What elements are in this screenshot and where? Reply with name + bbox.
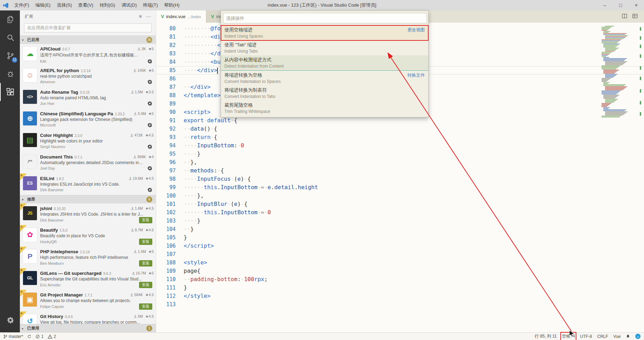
menu-item[interactable]: 调试(D) — [118, 0, 140, 10]
menu-item[interactable]: 文件(F) — [11, 0, 32, 10]
statusbar-errors[interactable]: 1 — [36, 334, 44, 339]
install-button[interactable]: 安装 — [139, 239, 152, 245]
menu-item[interactable]: 转到(G) — [97, 0, 118, 10]
extension-item[interactable]: ★PPHP Intelephense1.0.141.5M★5High perfo… — [20, 247, 156, 268]
activity-debug-icon[interactable] — [0, 65, 20, 83]
code-line: 95····} — [156, 150, 644, 158]
statusbar-sync[interactable] — [27, 334, 31, 339]
extension-footer-row: Felipe Caputo安装 — [40, 303, 154, 310]
maximize-button[interactable]: □ — [613, 0, 628, 10]
activity-search-icon[interactable] — [0, 29, 20, 47]
statusbar-notifications[interactable] — [626, 334, 630, 339]
minimap[interactable] — [600, 24, 635, 317]
menu-item[interactable]: 终端(T) — [140, 0, 161, 10]
extension-item[interactable]: ★▣Git Project Manager1.7.1584K★4.5Allows… — [20, 290, 156, 311]
statusbar-feedback[interactable]: ☺ — [635, 334, 641, 339]
menu-item[interactable]: 选择(S) — [54, 0, 75, 10]
minimap-line — [603, 58, 627, 59]
extension-settings-gear-icon[interactable] — [147, 59, 152, 64]
statusbar-eol-label: CRLF — [597, 334, 608, 339]
extension-name: Document This — [40, 154, 73, 160]
extensions-section-header[interactable]: ▾已启用35 — [20, 36, 156, 44]
minimap-line — [601, 52, 612, 53]
quick-pick-item[interactable]: 将缩进转换为空格转换文件Convert Indentation to Space… — [221, 70, 428, 86]
quick-pick-item[interactable]: 裁剪尾随空格Trim Trailing Whitespace — [221, 101, 428, 116]
extensions-search-input[interactable] — [24, 23, 152, 32]
minimize-button[interactable]: – — [597, 0, 613, 10]
settings-gear-icon[interactable] — [0, 311, 20, 330]
statusbar-encoding[interactable]: UTF-8 — [580, 334, 592, 339]
extension-settings-gear-icon[interactable] — [147, 187, 152, 192]
extension-item[interactable]: ⊕Chinese (Simplified) Language Pa...1.33… — [20, 109, 156, 130]
quick-pick-input[interactable] — [223, 13, 427, 23]
editor-actions — [622, 10, 644, 23]
extension-item[interactable]: ★GLGitLens — Git supercharged9.6.316.7M★… — [20, 268, 156, 290]
extension-item[interactable]: ★JSjshint0.10.201.6M★4.5Integrates JSHin… — [20, 203, 156, 225]
close-button[interactable]: × — [628, 0, 644, 10]
install-button[interactable]: 安装 — [139, 303, 152, 310]
statusbar-eol[interactable]: CRLF — [597, 334, 608, 339]
editor-tab[interactable]: Vindex.vue...\index — [156, 10, 206, 23]
minimap-line — [601, 40, 620, 41]
extensions-section-header[interactable]: ▾推荐6 — [20, 195, 156, 203]
menu-item[interactable]: 查看(V) — [75, 0, 96, 10]
statusbar-git-branch[interactable]: master* — [3, 334, 23, 339]
menu-item[interactable]: 编辑(E) — [32, 0, 54, 10]
quick-pick-item[interactable]: 使用 "Tab" 缩进Indent Using Tabs — [221, 40, 428, 55]
extension-footer-row: Jun Han — [40, 101, 154, 106]
quick-pick-item-detail: Indent Using Spaces — [224, 34, 425, 39]
extension-description: Automatically generates detailed JSDoc c… — [40, 160, 154, 165]
quick-pick-item[interactable]: 将缩进转换为制表符Convert Indentation to Tabs — [221, 86, 428, 101]
install-button[interactable]: 安装 — [139, 260, 152, 266]
extension-stats: 5M★4.5 — [133, 314, 154, 318]
line-text: ··}, — [184, 158, 197, 167]
extension-footer-row: HookyQR安装 — [40, 239, 154, 245]
extensions-section-header[interactable]: ▸已禁用1 — [20, 324, 156, 332]
quick-pick-item[interactable]: 使用空格缩进更改视图Indent Using Spaces — [221, 25, 428, 40]
install-button[interactable]: 安装 — [139, 217, 152, 223]
rating-stat: ★5 — [148, 47, 154, 51]
split-editor-icon[interactable] — [622, 13, 627, 20]
statusbar-cursor-position[interactable]: 行 85, 列 11 — [535, 333, 557, 339]
statusbar-warnings[interactable]: 2 — [48, 334, 56, 339]
line-text: export·default·{ — [184, 116, 237, 125]
filter-icon[interactable]: ≡ — [139, 14, 142, 19]
extension-settings-gear-icon[interactable] — [147, 144, 152, 149]
rating-stat: ★4.5 — [145, 206, 154, 210]
minimap-line — [605, 74, 618, 75]
extension-settings-gear-icon[interactable] — [147, 123, 152, 128]
minimap-line — [601, 28, 610, 29]
extension-item[interactable]: ▤Color Highlight2.3.0472K★4.5Highlight w… — [20, 130, 156, 152]
activity-extensions-icon[interactable] — [0, 83, 20, 101]
downloads-stat: 5.5M — [133, 111, 146, 116]
minimap-line — [605, 86, 627, 87]
line-number: 83 — [156, 49, 176, 58]
extension-item[interactable]: ★ESESLint1.8.219.6M★4.5Integrates ESLint… — [20, 173, 156, 195]
code-line: 94····InputBottom:·0 — [156, 141, 644, 150]
extension-description: Supercharge the Git capabilities built i… — [40, 277, 154, 281]
quick-pick-item[interactable]: 从内容中检测缩进方式Detect Indentation from Conten… — [221, 55, 428, 70]
extension-item[interactable]: /**Document This0.7.1999K★4Automatically… — [20, 152, 156, 173]
more-actions-icon[interactable]: ··· — [146, 14, 151, 19]
extension-stats: 3K★5 — [137, 47, 154, 51]
line-text: ····InputFocus·(e)·{ — [184, 175, 251, 183]
extension-item[interactable]: </>Auto Rename Tag0.0.151.5M★3.5Auto ren… — [20, 87, 156, 109]
extension-settings-gear-icon[interactable] — [147, 166, 152, 171]
menu-item[interactable]: 帮助(H) — [161, 0, 183, 10]
install-button[interactable]: 安装 — [139, 282, 152, 288]
statusbar-indentation[interactable]: 空格: 4 — [562, 333, 575, 339]
activity-source-control-icon[interactable]: 11 — [0, 47, 20, 65]
line-text: } — [184, 284, 187, 292]
editor-layout-icon[interactable] — [632, 13, 638, 20]
activity-explorer-icon[interactable] — [0, 10, 20, 29]
statusbar-language-mode[interactable]: Vue — [613, 334, 621, 339]
extension-item[interactable]: ☺AREPL for python1.0.14145K★5real-time p… — [20, 65, 156, 87]
minimap-line — [601, 42, 617, 43]
extension-item[interactable]: ★✿Beautify1.5.09.7M★4.5Beautify code in … — [20, 225, 156, 247]
line-number: 93 — [156, 133, 176, 141]
extension-item[interactable]: ☁APICloud0.0.73K★5适用于APICloud开发平台的开发工具,包… — [20, 44, 156, 65]
extension-settings-gear-icon[interactable] — [147, 79, 152, 84]
extension-item[interactable]: ★↺Git History0.4.65M★4.5View git log, fi… — [20, 311, 156, 324]
extension-settings-gear-icon[interactable] — [147, 101, 152, 106]
line-number: 98 — [156, 175, 176, 183]
